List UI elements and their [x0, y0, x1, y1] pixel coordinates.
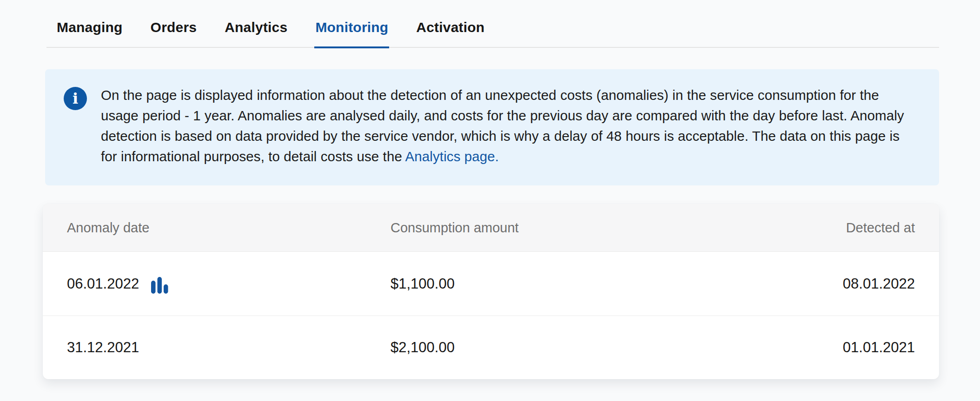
tab-managing[interactable]: Managing: [56, 12, 124, 48]
info-banner-body: On the page is displayed information abo…: [101, 87, 904, 164]
table-header-row: Anomaly date Consumption amount Detected…: [43, 204, 939, 252]
tab-activation[interactable]: Activation: [415, 12, 485, 48]
tab-orders[interactable]: Orders: [150, 12, 198, 48]
info-banner: i On the page is displayed information a…: [45, 69, 939, 185]
tab-analytics[interactable]: Analytics: [224, 12, 288, 48]
detected-at-value: 08.01.2022: [766, 276, 915, 292]
column-header-anomaly-date: Anomaly date: [67, 220, 391, 236]
column-header-detected-at: Detected at: [766, 220, 915, 236]
tab-bar: Managing Orders Analytics Monitoring Act…: [46, 12, 939, 48]
column-header-consumption-amount: Consumption amount: [391, 220, 766, 236]
bar-chart-icon[interactable]: [151, 275, 168, 294]
anomaly-date-value: 31.12.2021: [67, 339, 139, 356]
tab-monitoring[interactable]: Monitoring: [314, 12, 389, 48]
table-row: 31.12.2021 $2,100.00 01.01.2021: [43, 316, 939, 379]
consumption-amount-value: $1,100.00: [391, 276, 766, 292]
analytics-page-link[interactable]: Analytics page.: [405, 149, 499, 164]
anomaly-date-value: 06.01.2022: [67, 276, 139, 292]
consumption-amount-value: $2,100.00: [391, 339, 766, 356]
table-row: 06.01.2022 $1,100.00 08.01.2022: [43, 252, 939, 316]
detected-at-value: 01.01.2021: [766, 339, 915, 356]
anomalies-table: Anomaly date Consumption amount Detected…: [43, 204, 939, 379]
info-banner-text: On the page is displayed information abo…: [101, 85, 919, 167]
info-icon: i: [64, 87, 87, 110]
